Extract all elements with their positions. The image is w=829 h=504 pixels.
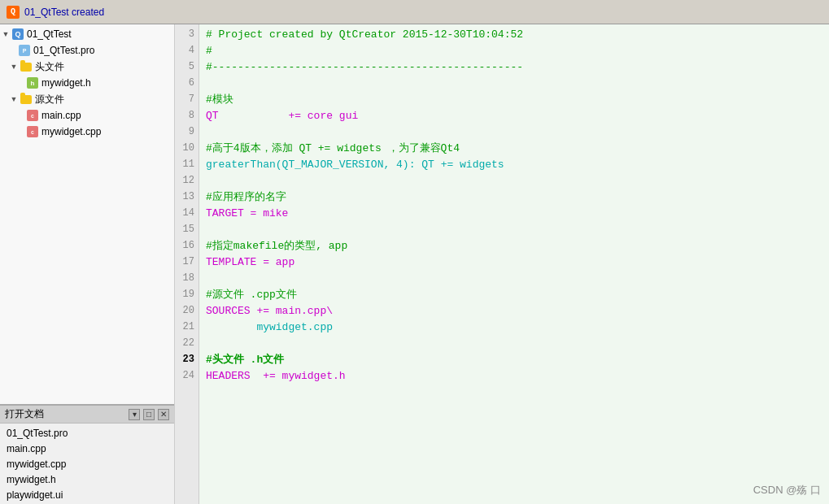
project-name: 01_QtTest — [24, 7, 69, 18]
file-tree[interactable]: ▼ Q 01_QtTest P 01_QtTest.pro ▼ 头文件 — [0, 24, 174, 404]
main-container: ▼ Q 01_QtTest P 01_QtTest.pro ▼ 头文件 — [0, 24, 829, 504]
open-files-header: 打开文档 ▾ □ ✕ — [0, 406, 174, 424]
code-line-4: # — [206, 42, 829, 59]
open-files-title: 打开文档 — [5, 407, 44, 421]
code-line-13: #应用程序的名字 — [206, 189, 829, 205]
code-line-16: #指定makefile的类型, app — [206, 237, 829, 254]
open-files-list: 01_QtTest.pro main.cpp mywidget.cpp mywi… — [0, 424, 174, 504]
open-file-item[interactable]: playwidget.ui — [0, 487, 174, 502]
line-num-11: 11 — [175, 156, 199, 172]
code-content: 3 4 5 6 7 8 9 10 11 12 13 14 15 16 17 18… — [175, 24, 829, 504]
tree-root[interactable]: ▼ Q 01_QtTest — [0, 26, 174, 42]
line-num-4: 4 — [175, 42, 199, 59]
pro-file-icon: P — [18, 44, 31, 57]
code-text: TARGET = mike — [206, 207, 288, 219]
mywidget-h-label: mywidget.h — [41, 77, 91, 89]
line-num-20: 20 — [175, 302, 199, 319]
code-text: QT += core gui — [206, 110, 358, 122]
code-line-17: TEMPLATE = app — [206, 254, 829, 270]
line-num-9: 9 — [175, 124, 199, 140]
code-line-21: mywidget.cpp — [206, 319, 829, 335]
code-text: HEADERS += mywidget.h — [206, 370, 346, 382]
tree-item-sources-folder[interactable]: ▼ 源文件 — [0, 91, 174, 107]
tree-root-label: 01_QtTest — [27, 28, 72, 40]
code-text: SOURCES += main.cpp\ — [206, 305, 333, 317]
code-text: #头文件 .h文件 — [206, 352, 284, 367]
tree-item-main-cpp[interactable]: c main.cpp — [0, 107, 174, 124]
code-text: #高于4版本，添加 QT += widgets ，为了兼容Qt4 — [206, 141, 460, 155]
open-files-controls: ▾ □ ✕ — [129, 409, 169, 420]
sources-folder-label: 源文件 — [35, 93, 64, 106]
line-num-19: 19 — [175, 286, 199, 302]
code-line-8: QT += core gui — [206, 107, 829, 124]
open-file-item[interactable]: 01_QtTest.pro — [0, 425, 174, 441]
line-numbers: 3 4 5 6 7 8 9 10 11 12 13 14 15 16 17 18… — [175, 24, 199, 504]
code-line-10: #高于4版本，添加 QT += widgets ，为了兼容Qt4 — [206, 140, 829, 156]
tree-item-pro[interactable]: P 01_QtTest.pro — [0, 42, 174, 59]
cpp-file-icon-main: c — [26, 109, 39, 122]
line-num-8: 8 — [175, 107, 199, 124]
sources-folder-icon — [20, 93, 33, 106]
code-line-18 — [206, 270, 829, 286]
line-num-21: 21 — [175, 319, 199, 335]
close-btn[interactable]: ✕ — [158, 409, 169, 420]
code-text: # — [206, 45, 212, 57]
open-files-panel: 打开文档 ▾ □ ✕ 01_QtTest.pro main.cpp mywidg… — [0, 404, 174, 504]
open-file-item[interactable]: mywidget.cpp — [0, 456, 174, 471]
code-text: # Project created by QtCreator 2015-12-3… — [206, 28, 523, 41]
line-num-7: 7 — [175, 91, 199, 107]
line-num-13: 13 — [175, 189, 199, 205]
left-panel: ▼ Q 01_QtTest P 01_QtTest.pro ▼ 头文件 — [0, 24, 175, 504]
code-line-9 — [206, 124, 829, 140]
title-suffix: created — [72, 7, 104, 18]
headers-folder-icon — [20, 60, 33, 73]
line-num-6: 6 — [175, 75, 199, 91]
line-num-12: 12 — [175, 172, 199, 189]
main-cpp-label: main.cpp — [41, 110, 81, 121]
line-num-10: 10 — [175, 140, 199, 156]
code-line-6 — [206, 75, 829, 91]
code-text: #应用程序的名字 — [206, 189, 286, 204]
line-num-23: 23 — [175, 351, 199, 367]
sources-arrow: ▼ — [10, 95, 18, 103]
code-line-3: # Project created by QtCreator 2015-12-3… — [206, 26, 829, 42]
pro-file-label: 01_QtTest.pro — [33, 45, 94, 56]
tree-item-mywidget-cpp[interactable]: c mywidget.cpp — [0, 124, 174, 140]
open-file-item[interactable]: mywidget.h — [0, 471, 174, 487]
code-line-11: greaterThan(QT_MAJOR_VERSION, 4): QT += … — [206, 156, 829, 172]
code-text: mywidget.cpp — [206, 321, 333, 333]
code-text: TEMPLATE = app — [206, 256, 295, 268]
code-line-15 — [206, 221, 829, 237]
code-line-12 — [206, 172, 829, 189]
code-line-24: HEADERS += mywidget.h — [206, 367, 829, 384]
mywidget-cpp-label: mywidget.cpp — [41, 126, 101, 137]
code-text: #指定makefile的类型, app — [206, 238, 347, 253]
code-editor[interactable]: 3 4 5 6 7 8 9 10 11 12 13 14 15 16 17 18… — [175, 24, 829, 504]
title-bar-text: 01_QtTest created — [24, 7, 822, 18]
code-line-23: #头文件 .h文件 — [206, 351, 829, 367]
open-file-item[interactable]: main.cpp — [0, 441, 174, 456]
code-line-5: #---------------------------------------… — [206, 59, 829, 75]
line-num-14: 14 — [175, 205, 199, 221]
h-file-icon: h — [26, 76, 39, 89]
line-num-18: 18 — [175, 270, 199, 286]
app-icon: Q — [7, 6, 20, 19]
line-num-16: 16 — [175, 237, 199, 254]
line-num-17: 17 — [175, 254, 199, 270]
line-num-5: 5 — [175, 59, 199, 75]
maximize-btn[interactable]: □ — [143, 409, 155, 420]
code-text: greaterThan(QT_MAJOR_VERSION, 4): QT += … — [206, 159, 504, 171]
split-btn[interactable]: ▾ — [129, 409, 140, 420]
tree-item-mywidget-h[interactable]: h mywidget.h — [0, 75, 174, 91]
code-line-14: TARGET = mike — [206, 205, 829, 221]
code-line-19: #源文件 .cpp文件 — [206, 286, 829, 302]
line-num-3: 3 — [175, 26, 199, 42]
line-num-22: 22 — [175, 335, 199, 351]
line-num-24: 24 — [175, 367, 199, 384]
code-line-22 — [206, 335, 829, 351]
headers-folder-label: 头文件 — [35, 60, 64, 74]
code-text: #源文件 .cpp文件 — [206, 287, 297, 302]
tree-item-headers-folder[interactable]: ▼ 头文件 — [0, 59, 174, 75]
headers-arrow: ▼ — [10, 63, 18, 71]
code-text: #模块 — [206, 92, 233, 106]
